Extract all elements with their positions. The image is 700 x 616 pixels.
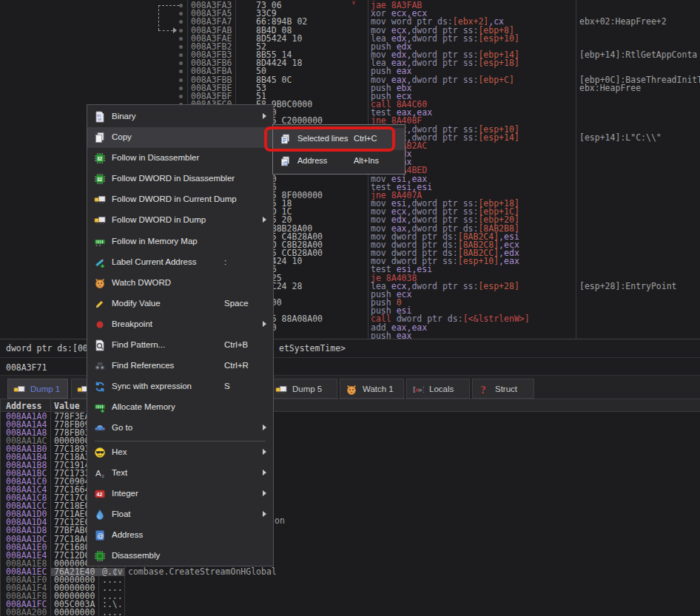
breakpoint-dot[interactable] [179, 4, 183, 7]
submenu-arrow-icon [263, 424, 266, 430]
menu-item-label: Follow DWORD in Dump [112, 215, 206, 224]
svg-text:10: 10 [97, 118, 101, 121]
disasm-row[interactable]: 008A3FAE8D5424 10lea edx,dword ptr ss:[e… [0, 35, 700, 43]
annotation-highlight-rect [264, 126, 395, 152]
dump-row[interactable]: 008AA20000000000.... [0, 609, 700, 616]
breakpoint-dot[interactable] [179, 37, 183, 41]
submenu-arrow-icon [263, 449, 266, 455]
breakpoint-dot[interactable] [179, 45, 183, 49]
submenu-arrow-icon [263, 511, 266, 517]
tab-dump-1[interactable]: Dump 1 [7, 379, 68, 399]
submenu-item-address[interactable]: @AddressAlt+Ins [273, 150, 405, 172]
menu-item-label: Follow DWORD in Disassembler [112, 174, 235, 183]
disasm-row[interactable]: 008A3FBE53push ebxebx:HeapFree [0, 84, 700, 92]
breakpoint-dot[interactable] [179, 53, 183, 57]
disasm-row[interactable]: 008A3FAB8B4D 08mov ecx,dword ptr ss:[ebp… [0, 27, 700, 35]
menu-item-float[interactable]: Float [87, 504, 273, 525]
menu-item-follow-dword-in-dump[interactable]: Follow DWORD in Dump [87, 210, 273, 231]
breakpoint-dot[interactable] [179, 78, 183, 82]
menu-item-sync-with-expression[interactable]: Sync with expressionS [87, 376, 273, 397]
goto-icon [94, 422, 106, 434]
tab-dump-5[interactable]: Dump 5 [269, 379, 337, 399]
disasm-row[interactable]: 008A3FB38B55 14mov edx,dword ptr ss:[ebp… [0, 51, 700, 59]
menu-item-label-current-address[interactable]: Label Current Address: [87, 252, 273, 273]
menu-item-label: Label Current Address [112, 257, 196, 266]
menu-item-follow-in-memory-map[interactable]: Follow in Memory Map [87, 231, 273, 252]
menu-item-label: Find Pattern... [112, 340, 165, 349]
dump-ascii: .... [102, 609, 123, 616]
instruction-text: push eax [371, 332, 411, 339]
float-icon [94, 509, 106, 521]
menu-item-address[interactable]: @Address [87, 525, 273, 546]
menu-item-watch-dword[interactable]: Watch DWORD [87, 273, 273, 294]
menu-item-allocate-memory[interactable]: Allocate Memory [87, 397, 273, 418]
disasm-row[interactable]: 008A3FA766:894B 02mov word ptr ds:[ebx+2… [0, 18, 700, 26]
svg-text:32: 32 [97, 177, 103, 182]
copyaddr-icon: @ [280, 155, 292, 167]
menu-item-label: Hex [112, 447, 127, 456]
sync-icon [94, 381, 106, 393]
watch-icon [346, 384, 357, 396]
dump-comment: combase.CreateStreamOnHGlobal [128, 568, 277, 576]
tab-watch-1[interactable]: Watch 1 [340, 379, 404, 399]
truck-icon [94, 194, 106, 206]
truck-icon [275, 384, 287, 396]
breakpoint-icon [94, 319, 106, 331]
submenu-arrow-icon [263, 321, 266, 327]
truck-icon [94, 214, 106, 226]
breakpoint-dot[interactable] [179, 61, 183, 65]
breakpoint-dot[interactable] [179, 95, 183, 98]
submenu-item-shortcut: Alt+Ins [354, 156, 379, 165]
menu-item-modify-value[interactable]: Modify ValueSpace [87, 294, 273, 314]
menu-item-hex[interactable]: Hex [87, 442, 273, 463]
menu-item-follow-in-disassembler[interactable]: 32Follow in Disassembler [87, 148, 273, 169]
menu-item-follow-dword-in-current-dump[interactable]: Follow DWORD in Current Dump [87, 189, 273, 210]
menu-item-disassembly[interactable]: Disassembly [87, 546, 273, 566]
svg-text:?: ? [481, 385, 486, 396]
tab-struct[interactable]: ?Struct [472, 379, 534, 399]
svg-text:@: @ [283, 160, 289, 166]
svg-text:=]: =] [418, 386, 424, 393]
submenu-arrow-icon [263, 490, 266, 496]
svg-text:@: @ [97, 532, 104, 539]
menu-item-label: Copy [112, 132, 132, 141]
label-icon [94, 257, 106, 268]
menu-item-integer[interactable]: 42Integer [87, 484, 273, 504]
hexface-icon [94, 447, 106, 458]
tab-label: Watch 1 [363, 385, 394, 393]
breakpoint-dot[interactable] [179, 70, 183, 73]
menu-item-label: Float [112, 510, 131, 518]
svg-text:32: 32 [97, 156, 103, 161]
disasm-row[interactable]: 008A3FBF51push ecx [0, 92, 700, 101]
menu-item-label: Follow in Memory Map [112, 237, 198, 246]
breakpoint-dot[interactable] [179, 12, 183, 16]
tab-label: Locals [429, 385, 454, 393]
tab-label: Struct [495, 385, 517, 393]
menu-item-label: Allocate Memory [112, 402, 175, 411]
disasm-row[interactable]: 008A3FB68D4424 18lea eax,dword ptr ss:[e… [0, 59, 700, 67]
info-expression-left: dword ptr ds:[00 [6, 343, 88, 353]
context-menu: 0110BinaryCopy32Follow in Disassembler32… [87, 104, 274, 566]
tab-locals[interactable]: [x=]Locals [406, 379, 470, 399]
menu-item-breakpoint[interactable]: Breakpoint [87, 314, 273, 335]
disasm-row[interactable]: 008A3FA373 06jae 8A3FAB [0, 1, 700, 10]
breakpoint-dot[interactable] [179, 29, 183, 33]
menu-item-binary[interactable]: 0110Binary [87, 106, 273, 127]
menu-item-text[interactable]: A2Text [87, 463, 273, 484]
menu-item-label: Integer [112, 489, 138, 498]
menu-item-follow-dword-in-disassembler[interactable]: 32Follow DWORD in Disassembler [87, 169, 273, 189]
memmap-icon [94, 236, 106, 248]
menu-item-label: Text [112, 468, 127, 477]
menu-item-copy[interactable]: Copy [87, 127, 273, 148]
menu-item-go-to[interactable]: Go to [87, 418, 273, 439]
submenu-arrow-icon [263, 470, 266, 475]
instruction-comment: ebx:HeapFree [579, 84, 641, 92]
menu-item-find-references[interactable]: Find ReferencesCtrl+R [87, 356, 273, 376]
menu-item-find-pattern-[interactable]: Find Pattern...Ctrl+B [87, 335, 273, 356]
chip-icon [94, 550, 106, 562]
pencil-icon [94, 298, 106, 310]
breakpoint-dot[interactable] [179, 87, 183, 90]
menu-item-shortcut: S [224, 382, 230, 390]
breakpoint-dot[interactable] [179, 20, 183, 24]
menu-item-shortcut: Ctrl+R [224, 361, 249, 370]
